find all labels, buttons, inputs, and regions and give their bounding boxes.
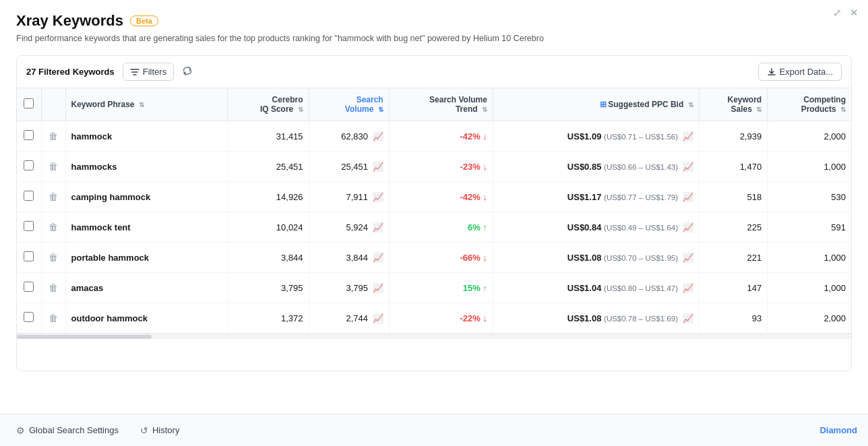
volume-trend-cell: 6% ↑	[389, 212, 493, 243]
search-volume-cell: 7,911 📈	[309, 182, 389, 212]
search-volume-sparkline-4[interactable]: 📈	[373, 253, 383, 263]
search-volume-cell: 3,795 📈	[309, 273, 389, 303]
cerebro-iq-cell: 31,415	[227, 121, 309, 152]
row-checkbox-cell	[17, 121, 41, 152]
delete-row-icon-0[interactable]: 🗑	[49, 131, 58, 141]
filtered-count: 27 Filtered Keywords	[26, 67, 115, 77]
suggested-ppc-cell: US$1.09 (US$0.71 – US$1.56) 📈	[493, 121, 699, 152]
search-volume-cell: 25,451 📈	[309, 152, 389, 182]
suggested-ppc-cell: US$0.85 (US$0.66 – US$1.43) 📈	[493, 152, 699, 182]
select-all-checkbox[interactable]	[24, 98, 34, 108]
keyword-cell: amacas	[65, 273, 227, 303]
filter-icon	[130, 67, 140, 77]
keyword-sort-arrow: ⇅	[139, 101, 144, 108]
delete-row-icon-2[interactable]: 🗑	[49, 191, 58, 202]
search-volume-sparkline-6[interactable]: 📈	[373, 313, 383, 323]
delete-row-icon-5[interactable]: 🗑	[49, 282, 58, 293]
row-checkbox-2[interactable]	[24, 191, 34, 201]
header-keyword[interactable]: Keyword Phrase ⇅	[65, 88, 227, 121]
search-volume-sparkline-2[interactable]: 📈	[373, 192, 383, 202]
global-search-label: Global Search Settings	[29, 425, 119, 435]
keyword-cell: outdoor hammock	[65, 303, 227, 333]
row-delete-cell: 🗑	[41, 243, 65, 273]
row-checkbox-cell	[17, 273, 41, 303]
delete-row-icon-1[interactable]: 🗑	[49, 161, 58, 172]
row-delete-cell: 🗑	[41, 273, 65, 303]
delete-row-icon-3[interactable]: 🗑	[49, 222, 58, 232]
settings-icon: ⚙	[16, 425, 25, 436]
row-checkbox-1[interactable]	[24, 160, 34, 170]
cerebro-iq-cell: 10,024	[227, 212, 309, 243]
filters-button[interactable]: Filters	[123, 63, 174, 81]
cerebro-iq-cell: 1,372	[227, 303, 309, 333]
keyword-sales-cell: 2,939	[699, 121, 768, 152]
scrollbar-thumb[interactable]	[17, 335, 152, 339]
table-row: 🗑 hammock 31,415 62,830 📈 -42% ↓ US$1.09…	[17, 121, 851, 152]
row-checkbox-3[interactable]	[24, 221, 34, 231]
competing-products-cell: 530	[768, 182, 851, 212]
keyword-sales-cell: 93	[699, 303, 768, 333]
trend-arrow-3: ↑	[483, 222, 487, 232]
horizontal-scrollbar[interactable]	[17, 333, 851, 339]
header-suggested-ppc[interactable]: ⊞Suggested PPC Bid ⇅	[493, 88, 699, 121]
header-delete-cell	[41, 88, 65, 121]
suggested-ppc-cell: US$0.84 (US$0.49 – US$1.64) 📈	[493, 212, 699, 243]
suggested-ppc-cell: US$1.04 (US$0.80 – US$1.47) 📈	[493, 273, 699, 303]
ppc-sparkline-0[interactable]: 📈	[683, 131, 693, 141]
global-search-settings-button[interactable]: ⚙ Global Search Settings	[11, 422, 124, 439]
table-row: 🗑 portable hammock 3,844 3,844 📈 -66% ↓ …	[17, 243, 851, 273]
delete-row-icon-4[interactable]: 🗑	[49, 252, 58, 263]
ppc-sparkline-2[interactable]: 📈	[683, 192, 693, 202]
competing-products-cell: 1,000	[768, 243, 851, 273]
volume-trend-cell: -23% ↓	[389, 152, 493, 182]
history-button[interactable]: ↺ History	[135, 422, 185, 439]
ppc-sparkline-3[interactable]: 📈	[683, 222, 693, 232]
header-search-volume[interactable]: SearchVolume ⇅	[309, 88, 389, 121]
cerebro-iq-cell: 3,844	[227, 243, 309, 273]
export-button[interactable]: Export Data...	[758, 63, 842, 81]
volume-trend-cell: -22% ↓	[389, 303, 493, 333]
search-volume-sparkline-0[interactable]: 📈	[373, 131, 383, 141]
row-checkbox-6[interactable]	[24, 312, 34, 322]
close-button[interactable]: ✕	[848, 5, 860, 20]
ppc-sparkline-1[interactable]: 📈	[683, 162, 693, 172]
row-checkbox-5[interactable]	[24, 282, 34, 292]
search-volume-sparkline-3[interactable]: 📈	[373, 222, 383, 232]
search-volume-sparkline-1[interactable]: 📈	[373, 162, 383, 172]
ppc-sparkline-6[interactable]: 📈	[683, 313, 693, 323]
delete-row-icon-6[interactable]: 🗑	[49, 313, 58, 323]
search-volume-sparkline-5[interactable]: 📈	[373, 283, 383, 293]
search-volume-cell: 62,830 📈	[309, 121, 389, 152]
keyword-cell: portable hammock	[65, 243, 227, 273]
trend-arrow-5: ↑	[483, 283, 487, 293]
row-checkbox-4[interactable]	[24, 251, 34, 261]
refresh-button[interactable]	[182, 65, 193, 79]
toolbar: 27 Filtered Keywords Filters Export Data…	[16, 55, 852, 88]
keywords-table: Keyword Phrase ⇅ CerebroIQ Score ⇅ Searc…	[16, 88, 852, 371]
header-competing-products[interactable]: CompetingProducts ⇅	[768, 88, 851, 121]
ppc-sparkline-5[interactable]: 📈	[683, 283, 693, 293]
ppc-sparkline-4[interactable]: 📈	[683, 253, 693, 263]
keyword-sales-cell: 147	[699, 273, 768, 303]
keyword-sales-cell: 221	[699, 243, 768, 273]
subtitle-text: Find performance keywords that are gener…	[16, 34, 852, 43]
competing-products-cell: 1,000	[768, 273, 851, 303]
volume-sort-arrow: ⇅	[378, 106, 383, 113]
table-row: 🗑 amacas 3,795 3,795 📈 15% ↑ US$1.04 (US…	[17, 273, 851, 303]
suggested-ppc-cell: US$1.08 (US$0.70 – US$1.95) 📈	[493, 243, 699, 273]
header-keyword-sales[interactable]: KeywordSales ⇅	[699, 88, 768, 121]
keyword-sales-cell: 1,470	[699, 152, 768, 182]
row-checkbox-0[interactable]	[24, 130, 34, 140]
trend-arrow-6: ↓	[483, 313, 487, 323]
download-icon	[767, 67, 776, 77]
table-row: 🗑 camping hammock 14,926 7,911 📈 -42% ↓ …	[17, 182, 851, 212]
row-checkbox-cell	[17, 152, 41, 182]
header-cerebro-iq[interactable]: CerebroIQ Score ⇅	[227, 88, 309, 121]
search-volume-cell: 3,844 📈	[309, 243, 389, 273]
competing-products-cell: 2,000	[768, 121, 851, 152]
volume-trend-cell: -42% ↓	[389, 121, 493, 152]
history-label: History	[152, 425, 179, 435]
header-volume-trend[interactable]: Search VolumeTrend ⇅	[389, 88, 493, 121]
minimize-button[interactable]: ⤢	[832, 5, 843, 20]
trend-arrow-4: ↓	[483, 253, 487, 263]
